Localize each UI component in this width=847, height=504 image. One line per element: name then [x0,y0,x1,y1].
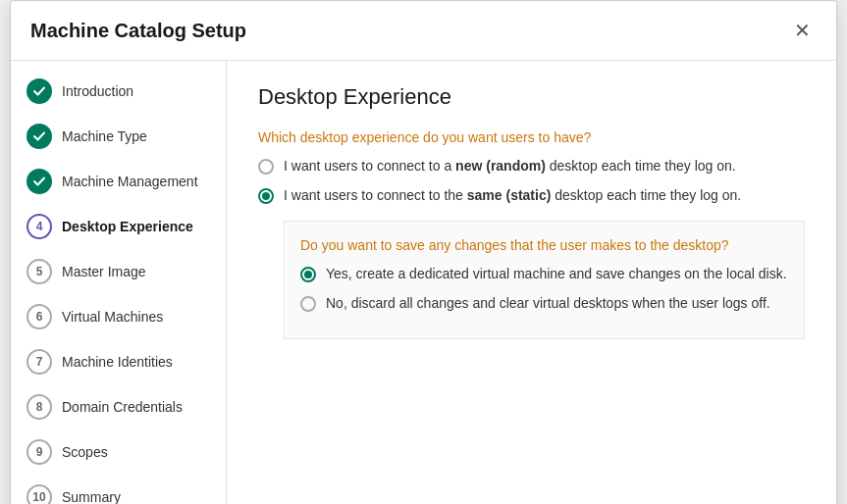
dialog-header: Machine Catalog Setup ✕ [11,1,836,61]
radio-static-icon [258,188,274,204]
sidebar-item-machine-type[interactable]: Machine Type [11,114,226,159]
radio-random-label: I want users to connect to a new (random… [284,157,736,176]
radio-save-yes-label: Yes, create a dedicated virtual machine … [326,265,787,284]
step-icon-summary: 10 [26,484,52,504]
sidebar-label-virtual-machines: Virtual Machines [62,309,163,325]
sidebar-item-master-image[interactable]: 5Master Image [11,249,226,294]
question-2-label: Do you want to save any changes that the… [300,237,788,253]
sidebar-item-summary[interactable]: 10Summary [11,475,226,504]
sidebar-item-scopes[interactable]: 9Scopes [11,429,226,475]
dialog-title: Machine Catalog Setup [30,20,246,42]
sidebar-label-machine-management: Machine Management [62,174,198,189]
sidebar-label-machine-identities: Machine Identities [62,354,173,370]
close-button[interactable]: ✕ [788,17,817,44]
question-1-label: Which desktop experience do you want use… [258,129,805,145]
main-content: Desktop Experience Which desktop experie… [227,61,836,504]
step-icon-desktop-experience: 4 [26,214,52,239]
page-title: Desktop Experience [258,84,805,110]
sidebar-label-machine-type: Machine Type [62,128,147,144]
step-icon-machine-identities: 7 [26,349,52,375]
sidebar-item-introduction[interactable]: Introduction [11,69,226,114]
sidebar-item-domain-credentials[interactable]: 8Domain Credentials [11,384,226,429]
radio-save-no-icon [300,296,316,312]
dialog-body: IntroductionMachine TypeMachine Manageme… [11,61,836,504]
sidebar-label-master-image: Master Image [62,264,146,279]
sidebar-item-desktop-experience[interactable]: 4Desktop Experience [11,204,226,249]
radio-static[interactable]: I want users to connect to the same (sta… [258,186,805,206]
step-icon-introduction [26,78,52,104]
radio-save-yes-icon [300,267,316,282]
sidebar-label-domain-credentials: Domain Credentials [62,399,183,415]
radio-save-yes[interactable]: Yes, create a dedicated virtual machine … [300,265,788,284]
sidebar-item-virtual-machines[interactable]: 6Virtual Machines [11,294,226,339]
step-icon-scopes: 9 [26,439,52,465]
sidebar: IntroductionMachine TypeMachine Manageme… [11,61,227,504]
step-icon-domain-credentials: 8 [26,394,52,420]
sidebar-label-scopes: Scopes [62,444,108,460]
sidebar-label-summary: Summary [62,489,121,504]
machine-catalog-dialog: Machine Catalog Setup ✕ IntroductionMach… [10,0,837,504]
sidebar-item-machine-identities[interactable]: 7Machine Identities [11,339,226,384]
radio-static-label: I want users to connect to the same (sta… [284,186,741,206]
step-icon-machine-management [26,169,52,194]
step-icon-machine-type [26,124,52,149]
sub-section-save: Do you want to save any changes that the… [284,221,805,339]
sidebar-label-desktop-experience: Desktop Experience [62,219,193,234]
step-icon-virtual-machines: 6 [26,304,52,329]
radio-random[interactable]: I want users to connect to a new (random… [258,157,805,176]
step-icon-master-image: 5 [26,259,52,284]
radio-save-no-label: No, discard all changes and clear virtua… [326,294,770,314]
radio-save-no[interactable]: No, discard all changes and clear virtua… [300,294,788,314]
radio-random-icon [258,159,274,175]
sidebar-item-machine-management[interactable]: Machine Management [11,159,226,204]
sidebar-label-introduction: Introduction [62,83,133,99]
